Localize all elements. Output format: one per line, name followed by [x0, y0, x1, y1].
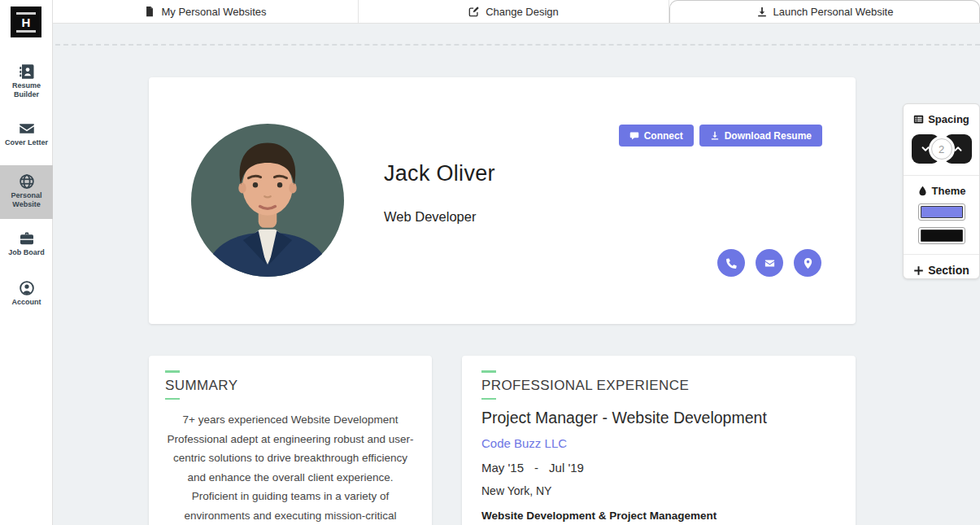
- tab-launch-personal-website[interactable]: Launch Personal Website: [669, 0, 980, 23]
- globe-icon: [19, 173, 35, 190]
- experience-card: PROFESSIONAL EXPERIENCE Project Manager …: [462, 356, 856, 525]
- heading-accent-line: [165, 370, 180, 373]
- theme-label: Theme: [932, 185, 966, 197]
- envelope-icon: [19, 120, 35, 137]
- phone-icon: [725, 257, 738, 269]
- add-section-header: Section: [908, 264, 974, 277]
- experience-company-link[interactable]: Code Buzz LLC: [481, 436, 836, 450]
- phone-button[interactable]: [717, 249, 745, 277]
- summary-card: SUMMARY 7+ years experienced Website Dev…: [149, 356, 432, 525]
- email-icon: [764, 257, 776, 269]
- heading-accent-line: [481, 370, 496, 373]
- heading-accent-line: [165, 398, 180, 400]
- plus-icon: [913, 265, 924, 276]
- location-icon: [802, 257, 814, 269]
- file-icon: [144, 6, 155, 17]
- chevron-down-icon: [920, 143, 931, 155]
- spacing-value: 2: [931, 138, 952, 160]
- connect-button[interactable]: Connect: [619, 125, 694, 147]
- user-circle-icon: [19, 280, 35, 296]
- download-icon: [756, 7, 768, 18]
- swatch-color: [921, 230, 963, 242]
- theme-header: Theme: [908, 185, 974, 197]
- theme-swatch-black[interactable]: [918, 227, 965, 244]
- briefcase-icon: [19, 230, 35, 247]
- sidebar-item-job-board[interactable]: Job Board: [0, 225, 53, 262]
- address-book-icon: [19, 63, 35, 80]
- contact-buttons: [717, 249, 821, 277]
- tab-change-design[interactable]: Change Design: [359, 0, 669, 23]
- download-icon: [710, 131, 720, 141]
- sidebar: H Resume Builder Cover Letter Personal W…: [0, 0, 53, 525]
- profile-name: Jack Oliver: [384, 161, 495, 186]
- sidebar-item-account[interactable]: Account: [0, 275, 53, 312]
- top-tab-bar: My Personal Websites Change Design Launc…: [53, 0, 980, 24]
- app-logo[interactable]: H: [11, 7, 41, 37]
- experience-dates: May '15 - Jul '19: [481, 461, 836, 475]
- download-resume-button[interactable]: Download Resume: [699, 125, 822, 147]
- sidebar-item-label: Personal Website: [3, 191, 50, 210]
- sidebar-item-label: Resume Builder: [3, 81, 50, 100]
- heading-accent-line: [481, 398, 496, 400]
- droplet-icon: [917, 186, 928, 196]
- spacing-stepper: 2: [912, 134, 972, 164]
- add-section-button[interactable]: Section: [904, 254, 979, 287]
- spacing-header: Spacing: [908, 113, 974, 125]
- swatch-color: [921, 206, 963, 218]
- hero-actions: Connect Download Resume: [619, 125, 822, 147]
- date-end: Jul '19: [549, 461, 584, 475]
- experience-location: New York, NY: [481, 484, 836, 497]
- sidebar-item-cover-letter[interactable]: Cover Letter: [0, 116, 53, 152]
- theme-swatch-purple[interactable]: [918, 203, 965, 221]
- theme-section: Theme: [904, 175, 979, 254]
- profile-hero-card: Jack Oliver Web Developer Connect Downlo…: [149, 77, 856, 324]
- edit-icon: [468, 6, 480, 17]
- download-resume-label: Download Resume: [725, 130, 812, 142]
- connect-label: Connect: [644, 130, 683, 142]
- tab-my-personal-websites[interactable]: My Personal Websites: [53, 0, 359, 23]
- experience-skill-heading: Website Development & Project Management: [481, 510, 836, 522]
- spacing-label: Spacing: [928, 113, 969, 125]
- spacing-section: Spacing 2: [904, 104, 979, 175]
- add-section-label: Section: [928, 264, 969, 277]
- sidebar-item-resume-builder[interactable]: Resume Builder: [0, 59, 53, 105]
- email-button[interactable]: [756, 249, 783, 277]
- design-tools-panel: Spacing 2 Theme Section: [903, 103, 980, 279]
- chevron-up-icon: [952, 143, 964, 155]
- logo-top-bar: [16, 12, 36, 15]
- logo-letter: H: [22, 16, 31, 28]
- profile-job-title: Web Developer: [384, 209, 476, 225]
- experience-heading: PROFESSIONAL EXPERIENCE: [481, 378, 689, 394]
- drop-zone-dashed-separator: [55, 44, 980, 46]
- tab-label: Change Design: [486, 6, 559, 18]
- date-separator: -: [534, 461, 538, 475]
- sidebar-item-label: Cover Letter: [3, 138, 50, 147]
- chat-icon: [629, 131, 639, 141]
- sidebar-item-label: Job Board: [3, 248, 50, 257]
- summary-heading: SUMMARY: [165, 378, 237, 394]
- tab-label: Launch Personal Website: [773, 6, 894, 18]
- summary-text: 7+ years experienced Website Development…: [165, 410, 416, 525]
- logo-bottom-bar: [16, 30, 36, 33]
- avatar: [191, 124, 344, 277]
- list-icon: [913, 114, 924, 125]
- location-button[interactable]: [794, 249, 821, 277]
- sidebar-item-label: Account: [3, 298, 50, 307]
- tab-label: My Personal Websites: [161, 6, 266, 18]
- sidebar-item-personal-website[interactable]: Personal Website: [0, 165, 53, 219]
- date-start: May '15: [481, 461, 524, 475]
- experience-role: Project Manager - Website Development: [481, 409, 836, 427]
